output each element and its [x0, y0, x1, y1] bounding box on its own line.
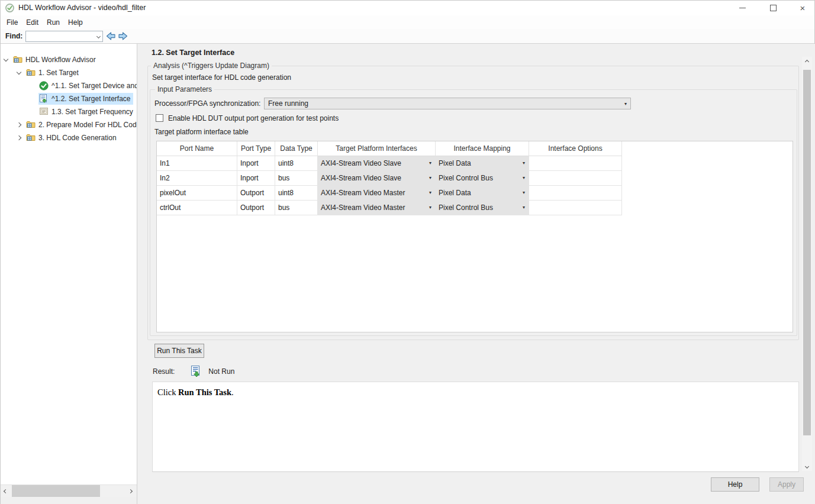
find-input[interactable] — [27, 32, 94, 41]
chevron-down-icon[interactable] — [96, 34, 101, 38]
pending-task-icon — [39, 107, 49, 117]
help-button[interactable]: Help — [711, 477, 759, 492]
menu-edit[interactable]: Edit — [22, 17, 43, 28]
interface-mapping-select[interactable]: Pixel Control Bus▾ — [436, 171, 529, 186]
tree-item-label: 3. HDL Code Generation — [38, 134, 117, 142]
processor-fpga-sync-select[interactable]: Free running ▾ — [264, 98, 631, 109]
find-combobox[interactable] — [25, 31, 103, 42]
target-interface-select[interactable]: AXI4-Stream Video Slave▾ — [318, 171, 436, 186]
tree-item-set-target-frequency[interactable]: 1.3. Set Target Frequency — [1, 105, 137, 118]
task-detail-panel: 1.2. Set Target Interface Analysis (^Tri… — [137, 44, 815, 504]
close-icon[interactable]: × — [797, 2, 808, 14]
port-name-cell: In2 — [157, 171, 237, 186]
menu-run[interactable]: Run — [43, 17, 64, 28]
interface-options-cell — [529, 171, 622, 186]
chevron-expanded-icon[interactable] — [17, 69, 21, 74]
input-parameters-legend: Input Parameters — [155, 85, 214, 93]
select-value: Pixel Data — [439, 186, 471, 200]
chevron-collapsed-icon[interactable] — [17, 135, 21, 140]
workflow-folder-icon — [13, 55, 22, 64]
vertical-scrollbar[interactable] — [802, 57, 812, 471]
chevron-collapsed-icon[interactable] — [17, 122, 21, 127]
data-type-cell: uint8 — [275, 186, 318, 201]
select-value: AXI4-Stream Video Master — [321, 186, 405, 200]
testpoints-checkbox[interactable] — [156, 114, 163, 122]
column-header: Port Type — [237, 141, 275, 156]
hdl-workflow-advisor-window: HDL Workflow Advisor - video/hdl_filter … — [0, 0, 815, 504]
table-header-row: Port Name Port Type Data Type Target Pla… — [157, 141, 793, 156]
result-row: Result: Not Run — [153, 364, 234, 379]
select-value: AXI4-Stream Video Master — [321, 201, 405, 215]
port-type-cell: Outport — [237, 201, 275, 215]
table-row: ctrlOut Outport bus AXI4-Stream Video Ma… — [157, 201, 793, 215]
maximize-icon[interactable] — [767, 2, 779, 14]
table-row: In1 Inport uint8 AXI4-Stream Video Slave… — [157, 156, 793, 171]
tree-item-set-target-interface[interactable]: ^1.2. Set Target Interface — [1, 92, 137, 105]
interface-mapping-select[interactable]: Pixel Control Bus▾ — [436, 201, 529, 215]
menu-help[interactable]: Help — [64, 17, 87, 28]
result-message-suffix: . — [231, 387, 234, 397]
interface-options-cell — [529, 156, 622, 171]
tree-item-set-target[interactable]: 1. Set Target — [1, 66, 137, 79]
vertical-scrollbar-thumb[interactable] — [803, 70, 811, 435]
workflow-folder-icon — [26, 68, 36, 77]
interface-mapping-select[interactable]: Pixel Data▾ — [436, 186, 529, 201]
column-header: Interface Mapping — [436, 141, 529, 156]
menu-file[interactable]: File — [2, 17, 22, 28]
workflow-tree-panel: HDL Workflow Advisor 1. Set Target — [1, 44, 137, 484]
chevron-expanded-icon[interactable] — [4, 56, 8, 61]
target-interface-select[interactable]: AXI4-Stream Video Master▾ — [318, 201, 436, 215]
target-interface-select[interactable]: AXI4-Stream Video Slave▾ — [318, 156, 436, 171]
port-name-cell: In1 — [157, 156, 237, 171]
data-type-cell: bus — [275, 171, 318, 186]
chevron-down-icon: ▾ — [429, 171, 431, 185]
result-label: Result: — [153, 367, 175, 376]
chevron-down-icon: ▾ — [624, 101, 627, 106]
tree-item-label: 1.3. Set Target Frequency — [51, 108, 133, 116]
chevron-down-icon: ▾ — [429, 156, 431, 170]
find-prev-arrow-icon[interactable] — [105, 31, 117, 41]
tree-item-set-target-device[interactable]: ^1.1. Set Target Device and — [1, 79, 137, 92]
scroll-left-icon[interactable] — [1, 485, 11, 497]
scroll-up-icon[interactable] — [802, 57, 812, 66]
window-title: HDL Workflow Advisor - video/hdl_filter — [18, 1, 146, 15]
port-type-cell: Outport — [237, 186, 275, 201]
horizontal-scrollbar-thumb[interactable] — [12, 485, 100, 497]
input-parameters-group: Input Parameters Processor/FPGA synchron… — [150, 89, 797, 336]
find-toolbar: Find: — [1, 29, 814, 44]
interface-options-cell — [529, 186, 622, 201]
select-value: Pixel Control Bus — [439, 201, 493, 215]
interface-options-cell — [529, 201, 622, 215]
page-title: 1.2. Set Target Interface — [152, 49, 234, 57]
sync-label: Processor/FPGA synchronization: — [154, 99, 260, 108]
find-next-arrow-icon[interactable] — [117, 31, 129, 41]
menu-bar: File Edit Run Help — [1, 15, 814, 29]
tree-horizontal-scrollbar[interactable] — [1, 484, 137, 497]
table-row: pixelOut Outport uint8 AXI4-Stream Video… — [157, 186, 793, 201]
not-run-task-icon — [191, 366, 201, 378]
scroll-down-icon[interactable] — [802, 461, 812, 471]
workflow-folder-icon — [26, 133, 36, 143]
result-message-bold: Run This Task — [178, 387, 231, 397]
advisor-app-icon — [5, 4, 14, 12]
tree-item-hdl-code-generation[interactable]: 3. HDL Code Generation — [1, 131, 137, 144]
tree-item-hdl-workflow-advisor[interactable]: HDL Workflow Advisor — [1, 53, 137, 66]
tree-item-label: 2. Prepare Model For HDL Code — [38, 121, 137, 129]
select-value: Pixel Control Bus — [439, 171, 493, 185]
tree-item-label: 1. Set Target — [38, 69, 79, 77]
run-this-task-button[interactable]: Run This Task — [154, 344, 204, 358]
bottom-strip — [1, 497, 137, 504]
interface-mapping-select[interactable]: Pixel Data▾ — [436, 156, 529, 171]
minimize-icon[interactable] — [736, 2, 748, 14]
analysis-group: Analysis (^Triggers Update Diagram) Set … — [147, 66, 799, 340]
title-bar[interactable]: HDL Workflow Advisor - video/hdl_filter … — [1, 1, 814, 15]
target-interface-select[interactable]: AXI4-Stream Video Master▾ — [318, 186, 436, 201]
tree-item-prepare-model[interactable]: 2. Prepare Model For HDL Code — [1, 118, 137, 131]
result-status: Not Run — [208, 367, 234, 376]
column-header: Data Type — [275, 141, 318, 156]
column-header: Interface Options — [529, 141, 622, 156]
task-description: Set target interface for HDL code genera… — [152, 73, 291, 82]
chevron-down-icon: ▾ — [429, 201, 431, 215]
scroll-right-icon[interactable] — [125, 485, 136, 497]
result-message-box: Click Run This Task. — [152, 382, 799, 472]
